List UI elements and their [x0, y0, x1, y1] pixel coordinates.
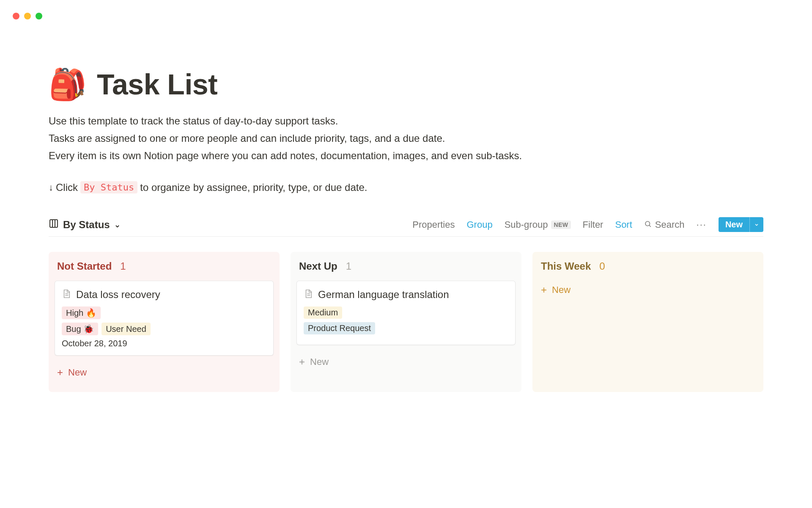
plus-icon: +	[57, 367, 63, 378]
description-line: Every item is its own Notion page where …	[49, 147, 763, 165]
task-card[interactable]: German language translation Medium Produ…	[296, 281, 516, 345]
card-title: German language translation	[318, 289, 449, 301]
plus-icon: +	[299, 356, 305, 368]
search-button[interactable]: Search	[644, 219, 685, 230]
tag-priority-high: High 🔥	[62, 306, 101, 319]
hint-suffix: to organize by assignee, priority, type,…	[140, 182, 367, 193]
sort-button[interactable]: Sort	[615, 219, 632, 230]
column-title: Not Started	[57, 260, 112, 272]
column-title: Next Up	[299, 260, 337, 272]
page-description: Use this template to track the status of…	[49, 113, 763, 164]
tag-bug: Bug 🐞	[62, 323, 98, 335]
more-options-button[interactable]: ···	[697, 219, 707, 230]
properties-button[interactable]: Properties	[412, 219, 455, 230]
card-title: Data loss recovery	[76, 289, 160, 301]
column-count: 1	[120, 260, 126, 272]
card-title-row: Data loss recovery	[62, 289, 266, 301]
column-header[interactable]: This Week 0	[538, 260, 757, 281]
group-button[interactable]: Group	[466, 219, 492, 230]
maximize-window-button[interactable]	[36, 13, 42, 19]
search-label: Search	[655, 219, 685, 230]
add-new-card[interactable]: + New	[538, 281, 757, 299]
page-doc-icon	[304, 289, 313, 301]
column-title: This Week	[541, 260, 591, 272]
column-next-up: Next Up 1 German language translation Me…	[291, 252, 521, 392]
view-toolbar: By Status ⌄ Properties Group Sub-group N…	[49, 217, 763, 237]
new-button[interactable]: New	[719, 217, 749, 232]
search-icon	[644, 219, 652, 230]
column-header[interactable]: Not Started 1	[55, 260, 274, 281]
arrow-down-icon: ↓	[49, 182, 53, 193]
add-new-label: New	[68, 367, 87, 378]
page-header: 🎒 Task List	[49, 68, 763, 101]
description-line: Tasks are assigned to one or more people…	[49, 130, 763, 147]
page-title[interactable]: Task List	[97, 68, 217, 101]
subgroup-label: Sub-group	[505, 219, 548, 230]
view-name: By Status	[63, 219, 110, 231]
filter-button[interactable]: Filter	[583, 219, 604, 230]
hint-line: ↓ Click By Status to organize by assigne…	[49, 181, 763, 193]
description-line: Use this template to track the status of…	[49, 113, 763, 130]
page-icon[interactable]: 🎒	[49, 69, 87, 99]
column-not-started: Not Started 1 Data loss recovery High 🔥 …	[49, 252, 280, 392]
tag-row: Bug 🐞 User Need	[62, 323, 266, 335]
tag-product-request: Product Request	[304, 322, 375, 334]
chevron-down-icon: ⌄	[114, 220, 121, 229]
new-badge: NEW	[551, 221, 571, 229]
close-window-button[interactable]	[13, 13, 19, 19]
add-new-label: New	[552, 284, 571, 295]
column-this-week: This Week 0 + New	[532, 252, 763, 392]
add-new-card[interactable]: + New	[55, 363, 274, 382]
tag-user-need: User Need	[102, 323, 151, 335]
board-icon	[49, 218, 59, 231]
column-count: 0	[599, 260, 605, 272]
minimize-window-button[interactable]	[24, 13, 31, 19]
column-header[interactable]: Next Up 1	[296, 260, 516, 281]
svg-line-4	[649, 225, 651, 227]
column-count: 1	[346, 260, 351, 272]
card-title-row: German language translation	[304, 289, 508, 301]
tag-row: High 🔥	[62, 306, 266, 319]
tag-priority-medium: Medium	[304, 306, 342, 319]
card-date: October 28, 2019	[62, 339, 266, 348]
view-selector[interactable]: By Status ⌄	[49, 218, 121, 231]
svg-rect-0	[50, 220, 58, 227]
plus-icon: +	[541, 284, 547, 296]
tag-row: Medium	[304, 306, 508, 319]
svg-point-3	[645, 221, 650, 226]
new-button-group: New	[719, 217, 763, 232]
page-content: 🎒 Task List Use this template to track t…	[0, 0, 812, 392]
task-card[interactable]: Data loss recovery High 🔥 Bug 🐞 User Nee…	[55, 281, 274, 356]
add-new-label: New	[310, 356, 329, 367]
page-doc-icon	[62, 289, 71, 301]
view-controls: Properties Group Sub-group NEW Filter So…	[412, 217, 763, 232]
kanban-board: Not Started 1 Data loss recovery High 🔥 …	[49, 252, 763, 392]
by-status-chip[interactable]: By Status	[80, 181, 137, 193]
new-button-dropdown[interactable]	[749, 217, 763, 232]
subgroup-button[interactable]: Sub-group NEW	[505, 219, 571, 230]
tag-row: Product Request	[304, 322, 508, 334]
window-traffic-lights	[13, 13, 42, 19]
add-new-card[interactable]: + New	[296, 353, 516, 371]
hint-prefix: Click	[56, 182, 78, 193]
